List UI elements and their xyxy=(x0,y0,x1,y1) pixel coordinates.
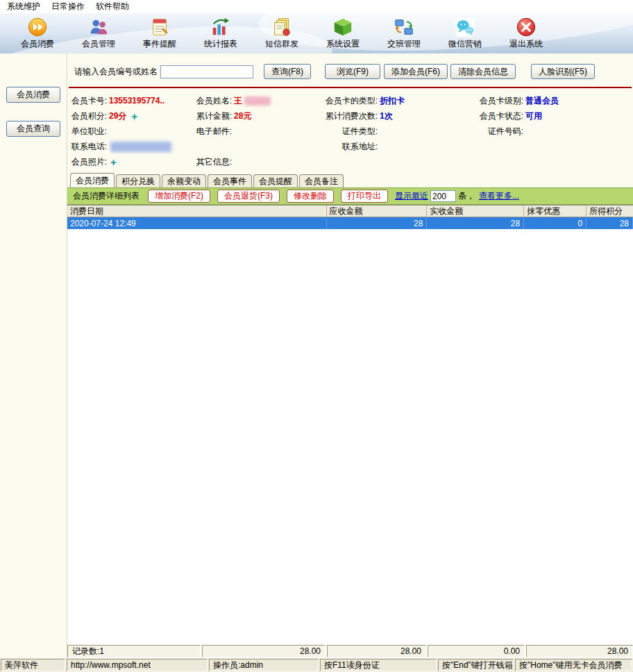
tab-points-exchange[interactable]: 积分兑换 xyxy=(116,174,160,187)
email-value xyxy=(234,124,320,139)
main-panel: 请输入会员编号或姓名 查询(F8) 浏览(F9) 添加会员(F6) 清除会员信息… xyxy=(67,53,633,658)
toolbar-item-event-remind[interactable]: 事件提醒 xyxy=(129,13,190,53)
status-end-key-hint: 按"End"键打开钱箱 xyxy=(438,659,514,671)
sum-received: 28.00 xyxy=(327,645,426,657)
wechat-marketing-icon xyxy=(455,17,475,37)
menu-daily-ops[interactable]: 日常操作 xyxy=(46,0,90,14)
left-sidebar: 会员消费 会员查询 xyxy=(0,53,67,658)
stats-report-icon xyxy=(210,17,231,37)
column-header-receivable[interactable]: 应收金额 xyxy=(327,205,428,217)
member-info-panel: 会员卡号: 13553195774.. 会员姓名: 王 会员卡的类型: 折扣卡 … xyxy=(67,93,633,169)
shift-manage-icon xyxy=(394,17,414,37)
card-type-value: 折扣卡 xyxy=(380,95,405,107)
email-label: 电子邮件: xyxy=(195,124,234,139)
redacted-name xyxy=(244,96,271,106)
points-label: 会员积分: xyxy=(67,108,109,124)
cell-points: 28 xyxy=(586,217,633,229)
sum-receivable: 28.00 xyxy=(202,645,326,657)
toolbar-label: 交班管理 xyxy=(387,38,421,50)
sum-discount: 0.00 xyxy=(428,645,525,657)
id-no-value xyxy=(525,124,633,139)
column-header-received[interactable]: 实收金额 xyxy=(427,205,524,217)
card-type-label: 会员卡的类型: xyxy=(320,93,380,108)
table-row[interactable]: 2020-07-24 12:49 28 28 0 28 xyxy=(67,217,633,229)
job-value xyxy=(109,124,195,139)
modify-delete-button[interactable]: 修改删除 xyxy=(287,190,334,203)
query-button[interactable]: 查询(F8) xyxy=(264,64,311,79)
job-label: 单位职业: xyxy=(67,124,109,139)
tab-member-consume[interactable]: 会员消费 xyxy=(70,173,115,187)
event-remind-icon xyxy=(149,17,170,37)
table-empty-area[interactable] xyxy=(67,229,633,644)
member-name-label: 会员姓名: xyxy=(195,93,234,108)
toolbar-item-stats-report[interactable]: 统计报表 xyxy=(190,13,251,53)
spacer xyxy=(380,154,459,169)
add-photo-icon[interactable]: + xyxy=(110,157,117,167)
member-search-input[interactable] xyxy=(160,65,253,78)
toolbar-item-wechat-marketing[interactable]: 微信营销 xyxy=(434,13,496,53)
tab-balance-change[interactable]: 余额变动 xyxy=(162,174,206,187)
card-status-value: 可用 xyxy=(525,110,542,122)
column-header-discount[interactable]: 抹零优惠 xyxy=(524,205,586,217)
total-amount-label: 累计金额: xyxy=(195,108,234,124)
toolbar-item-shift-manage[interactable]: 交班管理 xyxy=(373,13,434,53)
add-member-button[interactable]: 添加会员(F6) xyxy=(384,64,448,79)
toolbar-item-member-manage[interactable]: 会员管理 xyxy=(68,13,129,53)
card-status-label: 会员卡状态: xyxy=(459,108,525,124)
consume-count-value: 1次 xyxy=(380,110,393,122)
toolbar-item-exit-system[interactable]: 退出系统 xyxy=(496,13,557,53)
cell-discount: 0 xyxy=(524,217,586,229)
recent-count-unit: 条， xyxy=(458,190,475,202)
menu-software-help[interactable]: 软件帮助 xyxy=(90,0,135,14)
member-return-button[interactable]: 会员退货(F3) xyxy=(217,190,280,203)
status-brand: 美萍软件 xyxy=(1,659,65,671)
recent-count-input[interactable] xyxy=(430,190,456,202)
spacer xyxy=(525,154,633,169)
toolbar-label: 系统设置 xyxy=(326,38,360,50)
menu-system-maintain[interactable]: 系统维护 xyxy=(1,0,46,14)
consume-action-bar: 会员消费详细列表 增加消费(F2) 会员退货(F3) 修改删除 打印导出 显示最… xyxy=(67,187,633,205)
sidebar-button-member-consume[interactable]: 会员消费 xyxy=(6,87,60,103)
view-more-link[interactable]: 查看更多... xyxy=(479,190,519,202)
address-label: 联系地址: xyxy=(320,139,380,154)
table-header: 消费日期 应收金额 实收金额 抹零优惠 所得积分 xyxy=(67,205,633,217)
toolbar-item-member-consume[interactable]: 会员消费 xyxy=(7,13,68,53)
cell-date: 2020-07-24 12:49 xyxy=(67,217,327,229)
record-count: 记录数:1 xyxy=(67,645,201,657)
tab-member-note[interactable]: 会员备注 xyxy=(299,174,344,187)
tab-member-event[interactable]: 会员事件 xyxy=(208,174,252,187)
show-recent-link[interactable]: 显示最近 xyxy=(395,190,428,202)
add-points-icon[interactable]: + xyxy=(131,111,137,121)
id-type-label: 证件类型: xyxy=(320,124,380,139)
toolbar-label: 会员管理 xyxy=(82,38,115,50)
card-no-label: 会员卡号: xyxy=(67,93,109,108)
toolbar-item-system-settings[interactable]: 系统设置 xyxy=(312,13,373,53)
column-header-points[interactable]: 所得积分 xyxy=(586,205,633,217)
status-website[interactable]: http://www.mpsoft.net xyxy=(67,659,208,671)
consume-list-title: 会员消费详细列表 xyxy=(73,190,140,202)
toolbar-label: 统计报表 xyxy=(204,38,237,50)
tab-member-remind[interactable]: 会员提醒 xyxy=(253,174,298,187)
sidebar-button-member-query[interactable]: 会员查询 xyxy=(6,121,60,137)
member-name-value: 王 xyxy=(234,95,242,107)
print-export-button[interactable]: 打印导出 xyxy=(341,190,388,203)
column-header-date[interactable]: 消费日期 xyxy=(67,205,327,217)
card-level-value: 普通会员 xyxy=(525,95,559,107)
browse-button[interactable]: 浏览(F9) xyxy=(325,64,380,79)
spacer xyxy=(320,154,380,169)
face-recognition-button[interactable]: 人脸识别(F5) xyxy=(531,64,595,79)
spacer xyxy=(234,139,320,154)
consume-table: 消费日期 应收金额 实收金额 抹零优惠 所得积分 2020-07-24 12:4… xyxy=(67,205,633,658)
card-no-value: 13553195774.. xyxy=(109,96,164,106)
toolbar-item-sms-bulk[interactable]: 短信群发 xyxy=(251,13,312,53)
id-type-value xyxy=(380,124,459,139)
spacer xyxy=(195,139,234,154)
add-consume-button[interactable]: 增加消费(F2) xyxy=(148,190,210,203)
spacer xyxy=(525,139,633,154)
spacer xyxy=(459,139,525,154)
clear-member-info-button[interactable]: 清除会员信息 xyxy=(450,64,516,79)
member-manage-icon xyxy=(88,17,109,37)
sms-bulk-icon xyxy=(271,17,292,37)
toolbar-label: 退出系统 xyxy=(509,38,543,50)
sum-points: 28.00 xyxy=(526,645,633,657)
